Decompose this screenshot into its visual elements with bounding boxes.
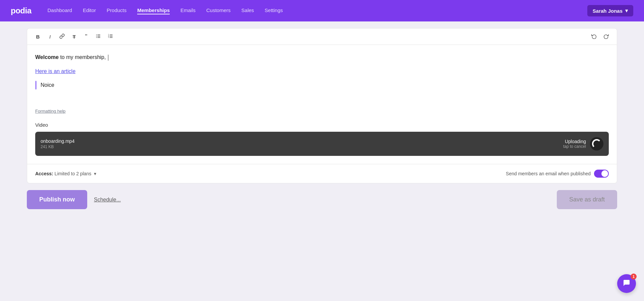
access-value: Limited to 2 plans (55, 171, 92, 176)
formatting-help-link[interactable]: Formatting help (35, 109, 65, 114)
formatting-help-row: Formatting help (27, 105, 617, 119)
nav-memberships[interactable]: Memberships (137, 7, 170, 14)
bold-icon: B (36, 34, 40, 40)
video-label: Video (35, 122, 609, 128)
editor-blockquote: Noice (35, 81, 609, 89)
unordered-list-button[interactable] (93, 31, 104, 42)
user-menu-button[interactable]: Sarah Jonas ▾ (587, 5, 633, 16)
svg-point-3 (96, 35, 97, 35)
link-icon (59, 34, 65, 40)
editor-content-area[interactable]: Welcome to my membership, Here is an art… (27, 45, 617, 105)
email-toggle-switch[interactable] (594, 170, 609, 178)
italic-button[interactable]: I (45, 31, 55, 42)
editor-line-1: Welcome to my membership, (35, 53, 609, 62)
chat-badge: 1 (631, 274, 637, 280)
access-info: Access: Limited to 2 plans ▾ (35, 171, 96, 176)
upload-status-text: Uploading tap to cancel (563, 139, 586, 149)
nav-emails[interactable]: Emails (180, 7, 196, 14)
video-section: Video onboarding.mp4 241 KB Uploading ta… (27, 119, 617, 164)
video-file-info: onboarding.mp4 241 KB (41, 138, 563, 149)
article-link-text[interactable]: Here is an article (35, 68, 75, 74)
email-toggle-label: Send members an email when published (506, 171, 591, 176)
quote-icon: " (85, 33, 87, 40)
blockquote-text: Noice (41, 81, 54, 89)
chat-widget-button[interactable]: 1 (617, 274, 636, 293)
svg-point-4 (96, 36, 97, 37)
nav-products[interactable]: Products (107, 7, 126, 14)
strikethrough-icon: T (72, 34, 75, 40)
redo-button[interactable] (601, 31, 611, 42)
footer-actions: Publish now Schedule... Save as draft (0, 183, 644, 216)
upload-cancel-text[interactable]: tap to cancel (563, 144, 586, 149)
nav-links: Dashboard Editor Products Memberships Em… (48, 7, 587, 14)
video-upload-row: onboarding.mp4 241 KB Uploading tap to c… (35, 132, 609, 156)
logo[interactable]: podia (11, 6, 32, 15)
strikethrough-button[interactable]: T (69, 31, 79, 42)
editor-toolbar: B I T " (27, 28, 617, 45)
nav-sales[interactable]: Sales (241, 7, 254, 14)
nav-editor[interactable]: Editor (83, 7, 96, 14)
spinner-arc (592, 139, 601, 148)
email-toggle-row: Send members an email when published (506, 170, 609, 178)
card-bottom-bar: Access: Limited to 2 plans ▾ Send member… (27, 164, 617, 183)
toggle-knob (601, 170, 608, 177)
svg-text:3.: 3. (108, 37, 109, 38)
link-button[interactable] (57, 31, 67, 42)
undo-button[interactable] (589, 31, 599, 42)
undo-icon (591, 34, 597, 40)
text-cursor (108, 55, 108, 61)
editor-line-2: Here is an article (35, 67, 609, 76)
quote-button[interactable]: " (81, 31, 92, 42)
access-dropdown-icon[interactable]: ▾ (94, 171, 96, 176)
svg-point-5 (96, 37, 97, 38)
user-name: Sarah Jonas (593, 8, 623, 14)
italic-icon: I (49, 34, 51, 40)
video-filesize: 241 KB (41, 144, 563, 149)
editor-card: B I T " (27, 28, 617, 183)
ordered-list-icon: 1. 2. 3. (108, 34, 113, 40)
unordered-list-icon (96, 34, 101, 40)
publish-now-button[interactable]: Publish now (27, 190, 87, 209)
chat-icon (623, 279, 631, 288)
nav-customers[interactable]: Customers (206, 7, 231, 14)
ordered-list-button[interactable]: 1. 2. 3. (105, 31, 116, 42)
save-draft-button[interactable]: Save as draft (557, 190, 617, 209)
nav-settings[interactable]: Settings (265, 7, 283, 14)
welcome-bold-text: Welcome (35, 54, 59, 60)
navbar: podia Dashboard Editor Products Membersh… (0, 0, 644, 21)
upload-spinner[interactable] (590, 137, 603, 150)
chevron-down-icon: ▾ (625, 8, 628, 14)
video-upload-status: Uploading tap to cancel (563, 137, 603, 150)
nav-dashboard[interactable]: Dashboard (48, 7, 72, 14)
content-area: B I T " (0, 21, 644, 183)
redo-icon (603, 34, 609, 40)
bold-button[interactable]: B (33, 31, 43, 42)
access-label: Access: (35, 171, 53, 176)
schedule-button[interactable]: Schedule... (94, 197, 121, 203)
welcome-rest-text: to my membership, (59, 54, 106, 60)
blockquote-bar (35, 81, 37, 89)
video-filename: onboarding.mp4 (41, 138, 563, 144)
upload-label: Uploading (563, 139, 586, 144)
